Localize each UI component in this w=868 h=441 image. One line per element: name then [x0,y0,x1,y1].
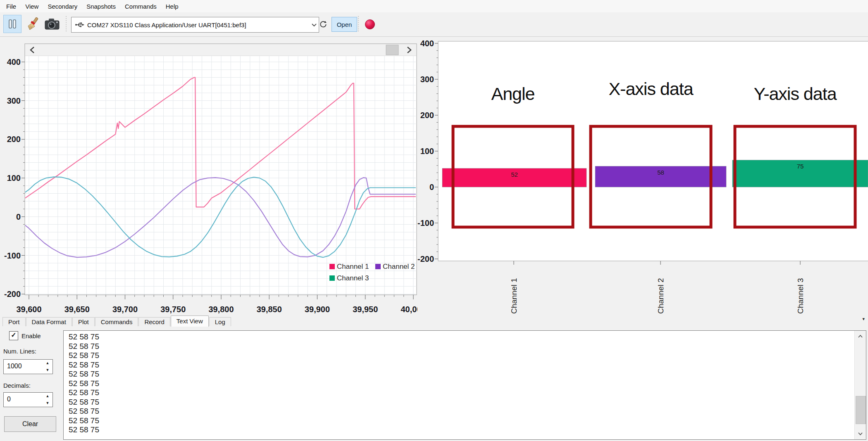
x-axis-tick-label: 39,650 [64,305,90,314]
text-line: 52 58 75 [69,388,853,398]
x-axis-tick-label: 39,750 [160,305,186,314]
y-axis-tick-label: -100 [4,251,21,260]
decimals-value[interactable]: 0 [7,396,11,403]
menu-view[interactable]: View [21,3,43,10]
menu-help[interactable]: Help [161,3,183,10]
text-line: 52 58 75 [69,351,853,360]
scroll-down-icon[interactable] [855,428,866,439]
num-lines-spinbox[interactable]: 1000 ▲ ▼ [3,359,53,374]
x-axis-tick-label: 40,000 [401,305,417,314]
toolbar-separator [66,16,67,33]
annotation-title-y-axis-data: Y-axis data [754,84,837,104]
toolbar: COM27 XDS110 Class Application/User UART… [0,12,868,37]
tab-record[interactable]: Record [138,317,170,326]
x-axis-tick-label: 39,900 [305,305,330,314]
text-view-output[interactable]: 52 58 7552 58 7552 58 7552 58 7552 58 75… [63,330,866,440]
toolbar-separator [358,16,359,33]
refresh-icon [319,19,327,29]
y-axis-tick-label: 100 [7,173,21,183]
menu-commands[interactable]: Commands [120,3,161,10]
open-port-button[interactable]: Open [331,17,357,32]
y-axis-tick-label: 0 [16,212,21,221]
y-axis-tick-label: 0 [429,183,434,192]
annotation-title-angle: Angle [491,84,535,104]
legend-label: Channel 2 [383,263,415,270]
scroll-up-icon[interactable] [855,331,866,342]
text-view-scrollbar[interactable] [854,331,866,439]
y-axis-tick-label: 200 [7,135,21,144]
record-button[interactable] [364,18,376,31]
chevron-down-icon [311,23,317,27]
tab-data-format[interactable]: Data Format [26,317,72,326]
x-category-label: Channel 1 [510,278,518,314]
y-axis-tick-label: 200 [420,111,434,120]
tab-text-view[interactable]: Text View [171,315,209,327]
broom-icon [26,17,40,31]
y-axis-tick-label: 400 [420,39,434,48]
y-axis-tick-label: 100 [420,147,434,156]
legend-swatch-channel-2 [375,264,381,269]
tab-log[interactable]: Log [209,317,231,326]
legend-label: Channel 3 [337,274,369,282]
x-category-label: Channel 3 [796,278,805,314]
pause-icon [7,19,18,29]
text-line: 52 58 75 [69,370,853,379]
clear-plot-button[interactable] [24,15,42,33]
spin-up-icon[interactable]: ▲ [44,360,51,366]
legend-swatch-channel-1 [329,264,335,269]
pause-button[interactable] [3,15,21,33]
port-selector-combobox[interactable]: COM27 XDS110 Class Application/User UART… [71,17,319,33]
menu-file[interactable]: File [2,3,21,10]
clear-text-button[interactable]: Clear [4,416,56,432]
text-line: 52 58 75 [69,379,853,389]
enable-checkbox[interactable]: ✓ [9,331,18,340]
snapshot-camera-button[interactable] [43,15,61,33]
y-axis-tick-label: -100 [417,218,434,228]
tab-commands[interactable]: Commands [95,317,138,326]
menu-secondary[interactable]: Secondary [43,3,82,10]
x-axis-tick-label: 39,850 [257,305,282,314]
annotation-title-x-axis-data: X-axis data [608,79,693,99]
x-category-label: Channel 2 [656,278,665,314]
scrollbar-thumb[interactable] [856,396,866,424]
y-axis-tick-label: 300 [7,96,21,105]
text-line: 52 58 75 [69,332,853,342]
decimals-label: Decimals: [3,382,31,389]
text-line: 52 58 75 [69,398,853,407]
port-selector-value: COM27 XDS110 Class Application/User UART… [87,21,310,28]
tab-overflow-icon[interactable]: ▾ [862,316,865,322]
spin-up-icon[interactable]: ▲ [44,394,51,399]
menu-snapshots[interactable]: Snapshots [82,3,120,10]
bar-value-label: 52 [511,171,518,178]
x-axis-tick-label: 39,800 [208,305,234,314]
record-icon [364,18,376,31]
panel-tab-bar: PortData FormatPlotCommandsRecordText Vi… [0,315,868,327]
serialplot-window: FileViewSecondarySnapshotsCommandsHelp [0,0,868,441]
legend-label: Channel 1 [337,263,369,270]
y-axis-tick-label: 400 [7,57,21,66]
text-view-panel: ✓ Enable Num. Lines: 1000 ▲ ▼ Decimals: … [0,326,868,441]
x-axis-tick-label: 39,700 [112,305,138,314]
tab-plot[interactable]: Plot [72,317,95,326]
y-axis-tick-label: -200 [417,254,434,263]
y-axis-tick-label: 300 [420,75,434,84]
x-axis-tick-label: 39,600 [16,305,41,314]
decimals-spinbox[interactable]: 0 ▲ ▼ [3,392,53,407]
refresh-ports-button[interactable] [317,18,330,31]
camera-icon [44,17,60,31]
bar-plot: 525875 AngleX-axis dataY-axis data 40030… [417,36,868,325]
spin-down-icon[interactable]: ▼ [44,401,51,406]
text-line: 52 58 75 [69,416,853,426]
text-view-lines: 52 58 7552 58 7552 58 7552 58 7552 58 75… [69,332,853,439]
tab-port[interactable]: Port [2,317,26,326]
line-plot: 4003002001000-100-20039,60039,65039,7003… [0,36,417,325]
enable-label: Enable [21,332,41,339]
num-lines-value[interactable]: 1000 [7,363,22,370]
y-axis-tick-label: -200 [4,289,21,299]
scrollbar-thumb[interactable] [386,45,398,55]
text-line: 52 58 75 [69,407,853,416]
text-line: 52 58 75 [69,342,853,351]
num-lines-label: Num. Lines: [3,348,36,355]
spin-down-icon[interactable]: ▼ [44,368,51,373]
plot-h-scrollbar[interactable] [25,44,416,56]
